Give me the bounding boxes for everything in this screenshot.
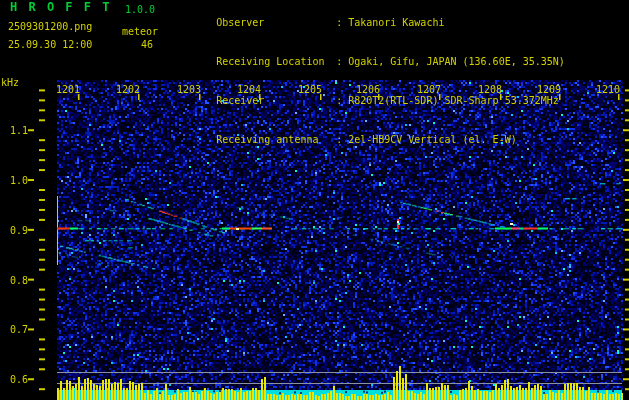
- station-row-location: Receiving Location:Ogaki, Gifu, JAPAN (1…: [180, 42, 565, 81]
- app-title: H R O F F T: [10, 2, 111, 13]
- freq-tick-label: 0.7: [0, 324, 28, 335]
- station-info: Observer:Takanori Kawachi Receiving Loca…: [180, 3, 565, 159]
- time-tick-label: 1204: [236, 84, 262, 95]
- station-label: Receiving Location: [216, 55, 336, 68]
- station-label: Observer: [216, 16, 336, 29]
- station-value: 2el-HB9CV Vertical (el. E-W): [348, 134, 517, 145]
- timestamp: 25.09.30 12:00: [8, 39, 92, 50]
- time-tick-label: 1209: [536, 84, 562, 95]
- time-tick-label: 1210: [595, 84, 621, 95]
- output-filename: 2509301200.png: [8, 21, 92, 32]
- station-row-antenna: Receiving antenna:2el-HB9CV Vertical (el…: [180, 120, 565, 159]
- freq-axis-unit: kHz: [1, 77, 19, 88]
- freq-tick-label: 1.0: [0, 175, 28, 186]
- hrofft-window: H R O F F T 1.0.0 2509301200.png meteor …: [0, 0, 629, 400]
- station-value: Ogaki, Gifu, JAPAN (136.60E, 35.35N): [348, 56, 565, 67]
- colon: :: [336, 55, 348, 68]
- freq-tick-label: 1.1: [0, 125, 28, 136]
- echo-count: 46: [141, 39, 153, 50]
- station-value: Takanori Kawachi: [348, 17, 444, 28]
- mode-label: meteor: [122, 26, 158, 37]
- time-tick-label: 1201: [55, 84, 81, 95]
- app-version: 1.0.0: [125, 4, 155, 15]
- freq-tick-label: 0.6: [0, 374, 28, 385]
- time-tick-label: 1207: [416, 84, 442, 95]
- time-tick-label: 1208: [477, 84, 503, 95]
- station-label: Receiving antenna: [216, 133, 336, 146]
- colon: :: [336, 133, 348, 146]
- freq-tick-label: 0.9: [0, 225, 28, 236]
- station-row-observer: Observer:Takanori Kawachi: [180, 3, 565, 42]
- time-tick-label: 1205: [297, 84, 323, 95]
- station-label: Receiver: [216, 94, 336, 107]
- time-tick-label: 1203: [176, 84, 202, 95]
- station-value: R820T2(RTL-SDR) SDR-Sharp 53.372MHz: [348, 95, 559, 106]
- time-tick-label: 1206: [355, 84, 381, 95]
- colon: :: [336, 94, 348, 107]
- freq-tick-label: 0.8: [0, 275, 28, 286]
- time-tick-label: 1202: [115, 84, 141, 95]
- colon: :: [336, 16, 348, 29]
